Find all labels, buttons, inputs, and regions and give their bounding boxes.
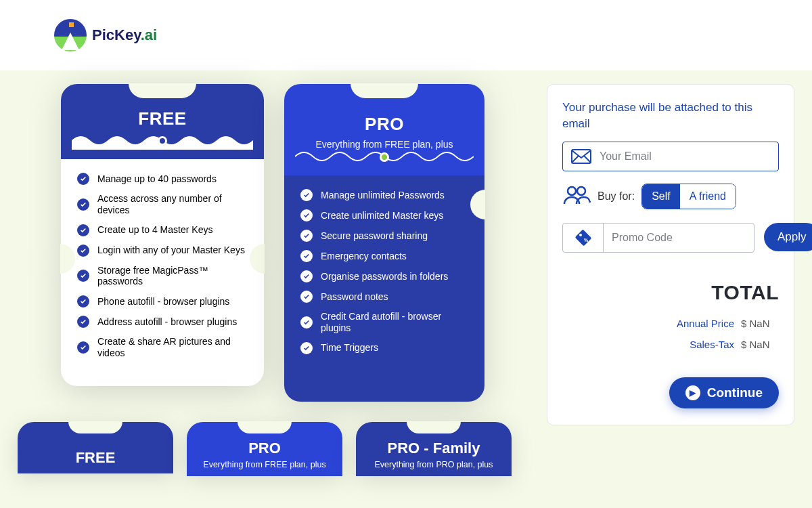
- plan-card-free[interactable]: FREE Manage up to 40 passwords Access ac…: [61, 84, 264, 402]
- feature-list-free: Manage up to 40 passwords Access across …: [77, 173, 248, 359]
- svg-point-3: [579, 234, 582, 236]
- feature-item: Access across any number of devices: [77, 193, 248, 216]
- check-icon: [300, 316, 313, 329]
- check-icon: [77, 198, 89, 211]
- feature-item: Create up to 4 Master Keys: [77, 224, 248, 236]
- feature-item: Credit Card autofill - browser plugins: [300, 311, 468, 334]
- brand-name: PicKey.ai: [92, 26, 157, 44]
- check-icon: [300, 250, 313, 262]
- buy-for-row: Buy for: Self A friend: [562, 184, 779, 209]
- buy-for-toggle: Self A friend: [641, 184, 736, 209]
- checkout-panel: Your purchase will be attached to this e…: [547, 84, 794, 425]
- arrow-right-icon: ▶: [685, 385, 700, 400]
- mini-title-pro: PRO: [196, 440, 333, 457]
- checkout-hint: Your purchase will be attached to this e…: [562, 100, 779, 132]
- check-icon: [77, 316, 89, 328]
- people-icon: [562, 185, 591, 208]
- logo-mark-icon: [54, 19, 87, 51]
- annual-price-label: Annual Price: [653, 318, 734, 329]
- annual-price-value: $ NaN: [741, 318, 779, 329]
- order-summary: Annual Price $ NaN Sales-Tax $ NaN: [562, 318, 779, 350]
- check-icon: [300, 230, 313, 242]
- continue-label: Continue: [707, 385, 763, 400]
- brand-logo[interactable]: PicKey.ai: [54, 19, 157, 51]
- feature-item: Password notes: [300, 291, 468, 303]
- svg-point-1: [568, 187, 576, 195]
- mini-title-free: FREE: [27, 449, 164, 467]
- check-icon: [300, 209, 313, 221]
- envelope-icon: [563, 149, 600, 164]
- feature-item: Organise passwords in folders: [300, 270, 468, 282]
- email-field-wrapper: [562, 142, 779, 171]
- buy-for-label: Buy for:: [597, 190, 635, 203]
- svg-text:%: %: [584, 238, 589, 242]
- sales-tax-label: Sales-Tax: [653, 339, 734, 350]
- plan-title-free: FREE: [72, 108, 253, 129]
- check-icon: [77, 270, 89, 282]
- feature-item: Storage free MagicPass™ passwords: [77, 265, 248, 288]
- check-icon: [77, 295, 89, 308]
- mini-title-profamily: PRO - Family: [365, 440, 502, 457]
- check-icon: [300, 270, 313, 282]
- buy-for-friend-button[interactable]: A friend: [680, 184, 736, 209]
- feature-item: Phone autofill - browser plugins: [77, 295, 248, 308]
- header: PicKey.ai: [0, 0, 812, 70]
- total-heading: TOTAL: [562, 281, 779, 304]
- check-icon: [77, 245, 89, 257]
- coupon-icon: %: [563, 224, 604, 252]
- check-icon: [77, 341, 89, 354]
- check-icon: [300, 291, 313, 303]
- svg-point-2: [577, 187, 585, 195]
- feature-item: Create unlimited Master keys: [300, 209, 468, 221]
- promo-input[interactable]: [604, 224, 754, 252]
- plan-card-mini-profamily[interactable]: PRO - FamilyEverything from PRO plan, pl…: [356, 422, 512, 476]
- check-icon: [300, 189, 313, 201]
- promo-row: % Apply: [562, 223, 779, 253]
- check-icon: [77, 173, 89, 185]
- plans-column: FREE Manage up to 40 passwords Access ac…: [18, 84, 526, 476]
- continue-button[interactable]: ▶ Continue: [669, 377, 779, 408]
- plan-card-mini-pro[interactable]: PROEverything from FREE plan, plus: [187, 422, 342, 476]
- feature-item: Login with any of your Master Keys: [77, 245, 248, 257]
- summary-row-annual: Annual Price $ NaN: [562, 318, 779, 329]
- email-input[interactable]: [600, 142, 778, 171]
- buy-for-self-button[interactable]: Self: [642, 184, 680, 209]
- plan-card-mini-free[interactable]: FREE: [18, 422, 173, 476]
- mini-sub-profamily: Everything from PRO plan, plus: [365, 460, 502, 469]
- promo-input-wrapper: %: [562, 223, 754, 253]
- feature-item: Secure password sharing: [300, 230, 468, 242]
- plan-title-pro: PRO: [295, 114, 474, 135]
- feature-item: Time Triggers: [300, 342, 468, 354]
- check-icon: [77, 224, 89, 236]
- svg-rect-0: [572, 150, 591, 163]
- apply-button[interactable]: Apply: [764, 223, 812, 251]
- check-icon: [300, 342, 313, 354]
- feature-item: Manage unlimited Passwords: [300, 189, 468, 201]
- mini-sub-pro: Everything from FREE plan, plus: [196, 460, 333, 469]
- sales-tax-value: $ NaN: [741, 339, 779, 350]
- summary-row-tax: Sales-Tax $ NaN: [562, 339, 779, 350]
- plan-card-pro[interactable]: PRO Everything from FREE plan, plus Mana…: [284, 84, 484, 402]
- feature-item: Emergency contacts: [300, 250, 468, 262]
- content-area: FREE Manage up to 40 passwords Access ac…: [0, 70, 812, 508]
- feature-item: Manage up to 40 passwords: [77, 173, 248, 185]
- feature-item: Address autofill - browser plugins: [77, 316, 248, 328]
- feature-item: Create & share AR pictures and videos: [77, 336, 248, 359]
- feature-list-pro: Manage unlimited Passwords Create unlimi…: [300, 189, 468, 354]
